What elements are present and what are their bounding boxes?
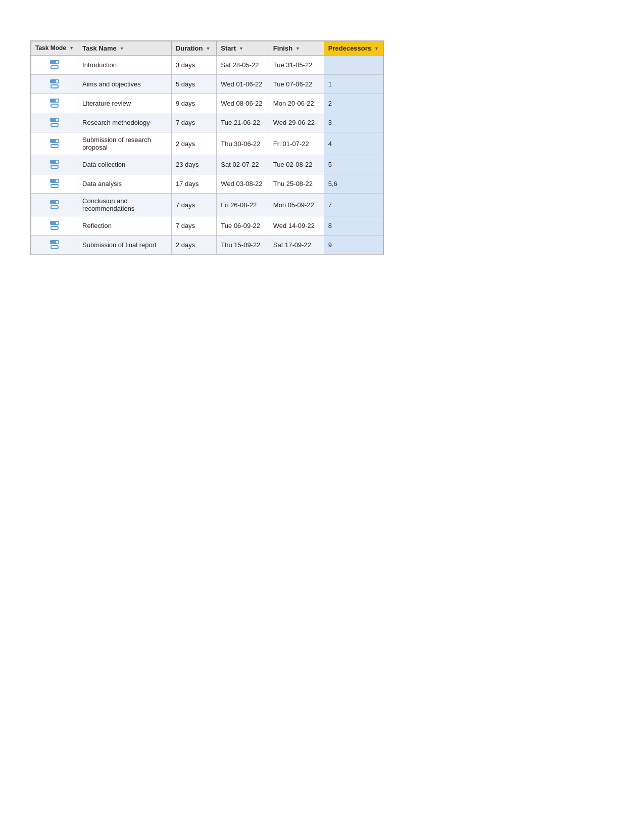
task-name-cell: Data collection	[78, 155, 172, 174]
predecessors-cell: 5,6	[324, 174, 383, 194]
task-name-cell: Research methodology	[78, 113, 172, 132]
task-mode-cell	[31, 194, 78, 216]
svg-point-7	[56, 100, 59, 102]
task-mode-cell	[31, 174, 78, 194]
finish-cell: Wed 14-09-22	[269, 216, 324, 236]
svg-rect-20	[51, 184, 58, 188]
task-mode-icon	[49, 78, 60, 88]
start-cell: Thu 30-06-22	[217, 132, 269, 155]
task-mode-cell	[31, 132, 78, 155]
svg-rect-11	[51, 123, 58, 126]
task-mode-cell	[31, 236, 78, 255]
task-mode-icon	[49, 220, 60, 230]
table-row: Data collection23 daysSat 02-07-22Tue 02…	[31, 155, 383, 174]
task-mode-cell	[31, 216, 78, 236]
task-mode-cell	[31, 94, 78, 113]
task-name-cell: Reflection	[78, 216, 172, 236]
task-mode-cell	[31, 56, 78, 75]
task-name-header[interactable]: Task Name ▼	[78, 41, 172, 56]
duration-cell: 3 days	[171, 56, 216, 75]
start-dropdown-arrow[interactable]: ▼	[239, 46, 243, 51]
task-name-cell: Submission of research proposal	[78, 132, 172, 155]
task-name-cell: Literature review	[78, 94, 172, 113]
finish-cell: Mon 05-09-22	[269, 194, 324, 216]
task-mode-icon	[49, 159, 60, 169]
duration-cell: 2 days	[171, 236, 216, 255]
duration-cell: 5 days	[171, 75, 216, 94]
svg-rect-2	[51, 66, 58, 69]
table-row: Introduction3 daysSat 28-05-22Tue 31-05-…	[31, 56, 383, 75]
duration-cell: 7 days	[171, 194, 216, 216]
svg-point-10	[56, 119, 59, 121]
task-mode-cell	[31, 113, 78, 132]
task-mode-icon	[49, 138, 60, 148]
task-mode-icon	[49, 178, 60, 188]
svg-rect-5	[51, 85, 58, 88]
duration-cell: 7 days	[171, 216, 216, 236]
task-mode-cell	[31, 75, 78, 94]
task-mode-cell	[31, 155, 78, 174]
finish-cell: Sat 17-09-22	[269, 236, 324, 255]
task-mode-icon	[49, 239, 60, 249]
svg-point-25	[56, 222, 59, 224]
table-row: Submission of research proposal2 daysThu…	[31, 132, 383, 155]
gantt-table-wrapper: Task Mode ▼ Task Name ▼ Duration ▼	[30, 40, 384, 255]
duration-header[interactable]: Duration ▼	[171, 41, 216, 56]
task-mode-dropdown-arrow[interactable]: ▼	[69, 45, 74, 51]
project-table: Task Mode ▼ Task Name ▼ Duration ▼	[31, 41, 383, 255]
svg-rect-29	[51, 246, 58, 249]
table-header-row: Task Mode ▼ Task Name ▼ Duration ▼	[31, 41, 383, 56]
duration-dropdown-arrow[interactable]: ▼	[206, 46, 210, 51]
start-cell: Wed 01-06-22	[217, 75, 269, 94]
start-cell: Tue 21-06-22	[217, 113, 269, 132]
predecessors-cell: 4	[324, 132, 383, 155]
svg-point-13	[56, 140, 59, 142]
predecessors-cell	[324, 56, 383, 75]
table-row: Aims and objectives5 daysWed 01-06-22Tue…	[31, 75, 383, 94]
duration-cell: 17 days	[171, 174, 216, 194]
finish-dropdown-arrow[interactable]: ▼	[295, 46, 300, 51]
finish-cell: Tue 31-05-22	[269, 56, 324, 75]
predecessors-header[interactable]: Predecessors ▼	[324, 41, 383, 56]
svg-rect-17	[51, 165, 58, 168]
table-row: Research methodology7 daysTue 21-06-22We…	[31, 113, 383, 132]
finish-cell: Tue 07-06-22	[269, 75, 324, 94]
finish-cell: Wed 29-06-22	[269, 113, 324, 132]
start-cell: Wed 08-06-22	[217, 94, 269, 113]
task-name-cell: Aims and objectives	[78, 75, 172, 94]
predecessors-cell: 5	[324, 155, 383, 174]
predecessors-cell: 1	[324, 75, 383, 94]
duration-cell: 7 days	[171, 113, 216, 132]
start-cell: Sat 02-07-22	[217, 155, 269, 174]
start-cell: Sat 28-05-22	[217, 56, 269, 75]
task-name-dropdown-arrow[interactable]: ▼	[120, 46, 124, 51]
finish-header[interactable]: Finish ▼	[269, 41, 324, 56]
start-header[interactable]: Start ▼	[217, 41, 269, 56]
task-mode-icon	[49, 199, 60, 209]
predecessors-cell: 3	[324, 113, 383, 132]
predecessors-cell: 2	[324, 94, 383, 113]
task-mode-icon	[49, 59, 60, 69]
task-name-cell: Introduction	[78, 56, 172, 75]
table-row: Conclusion and recommendations7 daysFri …	[31, 194, 383, 216]
predecessors-dropdown-arrow[interactable]: ▼	[374, 46, 379, 51]
start-cell: Thu 15-09-22	[217, 236, 269, 255]
duration-cell: 2 days	[171, 132, 216, 155]
task-name-cell: Data analysis	[78, 174, 172, 194]
duration-cell: 9 days	[171, 94, 216, 113]
predecessors-cell: 9	[324, 236, 383, 255]
finish-cell: Tue 02-08-22	[269, 155, 324, 174]
finish-cell: Thu 25-08-22	[269, 174, 324, 194]
task-mode-header[interactable]: Task Mode ▼	[31, 41, 78, 56]
task-mode-icon	[49, 117, 60, 127]
predecessors-cell: 7	[324, 194, 383, 216]
table-row: Submission of final report2 daysThu 15-0…	[31, 236, 383, 255]
svg-rect-8	[51, 104, 58, 107]
table-row: Reflection7 daysTue 06-09-22Wed 14-09-22…	[31, 216, 383, 236]
svg-point-28	[56, 241, 59, 244]
task-name-cell: Submission of final report	[78, 236, 172, 255]
predecessors-cell: 8	[324, 216, 383, 236]
svg-rect-14	[51, 145, 58, 148]
svg-point-1	[56, 61, 59, 64]
svg-point-4	[56, 80, 59, 83]
